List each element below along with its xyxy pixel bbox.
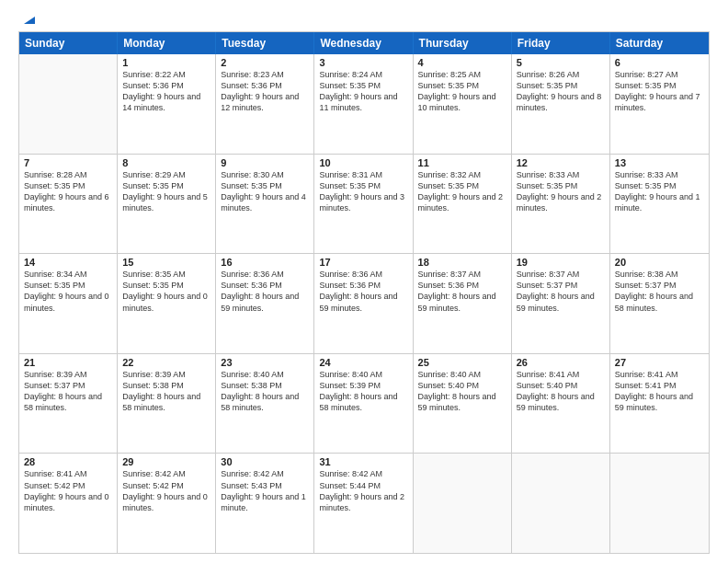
day-number: 14 xyxy=(24,257,112,268)
sunrise-text: Sunrise: 8:35 AM xyxy=(122,269,210,280)
day-cell-2: 2 Sunrise: 8:23 AM Sunset: 5:36 PM Dayli… xyxy=(216,54,314,154)
day-number: 13 xyxy=(615,157,704,168)
sunrise-text: Sunrise: 8:41 AM xyxy=(615,369,704,380)
sunset-text: Sunset: 5:35 PM xyxy=(517,180,605,191)
empty-cell xyxy=(414,454,512,553)
sunrise-text: Sunrise: 8:42 AM xyxy=(319,468,407,479)
daylight-text: Daylight: 9 hours and 2 minutes. xyxy=(319,491,407,513)
sunset-text: Sunset: 5:44 PM xyxy=(319,480,407,491)
day-number: 27 xyxy=(615,357,704,368)
day-number: 2 xyxy=(221,57,309,68)
week-row-5: 28 Sunrise: 8:41 AM Sunset: 5:42 PM Dayl… xyxy=(19,454,709,553)
day-number: 30 xyxy=(221,456,309,467)
sunrise-text: Sunrise: 8:40 AM xyxy=(221,369,309,380)
day-cell-31: 31 Sunrise: 8:42 AM Sunset: 5:44 PM Dayl… xyxy=(314,454,413,553)
day-number: 21 xyxy=(24,357,112,368)
header-day-monday: Monday xyxy=(118,32,216,54)
page: SundayMondayTuesdayWednesdayThursdayFrid… xyxy=(0,0,728,563)
sunset-text: Sunset: 5:35 PM xyxy=(418,80,506,91)
sunset-text: Sunset: 5:35 PM xyxy=(122,280,210,291)
sunrise-text: Sunrise: 8:29 AM xyxy=(122,169,210,180)
sunrise-text: Sunrise: 8:32 AM xyxy=(418,169,506,180)
sunrise-text: Sunrise: 8:37 AM xyxy=(517,269,605,280)
empty-cell xyxy=(512,454,610,553)
day-number: 31 xyxy=(319,456,407,467)
header-day-saturday: Saturday xyxy=(610,32,709,54)
sunrise-text: Sunrise: 8:30 AM xyxy=(221,169,309,180)
svg-marker-0 xyxy=(24,17,35,24)
sunset-text: Sunset: 5:35 PM xyxy=(24,180,112,191)
day-number: 4 xyxy=(418,57,506,68)
sunrise-text: Sunrise: 8:23 AM xyxy=(221,69,309,80)
sunset-text: Sunset: 5:35 PM xyxy=(221,180,309,191)
sunset-text: Sunset: 5:35 PM xyxy=(24,280,112,291)
day-cell-25: 25 Sunrise: 8:40 AM Sunset: 5:40 PM Dayl… xyxy=(414,354,512,454)
empty-cell xyxy=(19,54,118,154)
daylight-text: Daylight: 9 hours and 8 minutes. xyxy=(517,91,605,113)
sunrise-text: Sunrise: 8:34 AM xyxy=(24,269,112,280)
header xyxy=(18,17,710,24)
sunset-text: Sunset: 5:35 PM xyxy=(615,180,704,191)
day-number: 17 xyxy=(319,257,407,268)
header-day-sunday: Sunday xyxy=(19,32,118,54)
sunrise-text: Sunrise: 8:28 AM xyxy=(24,169,112,180)
daylight-text: Daylight: 8 hours and 58 minutes. xyxy=(319,391,407,413)
day-cell-10: 10 Sunrise: 8:31 AM Sunset: 5:35 PM Dayl… xyxy=(314,155,413,254)
header-day-thursday: Thursday xyxy=(414,32,512,54)
day-cell-28: 28 Sunrise: 8:41 AM Sunset: 5:42 PM Dayl… xyxy=(19,454,118,553)
day-cell-23: 23 Sunrise: 8:40 AM Sunset: 5:38 PM Dayl… xyxy=(216,354,314,454)
daylight-text: Daylight: 8 hours and 58 minutes. xyxy=(221,391,309,413)
sunrise-text: Sunrise: 8:41 AM xyxy=(24,468,112,479)
day-cell-11: 11 Sunrise: 8:32 AM Sunset: 5:35 PM Dayl… xyxy=(414,155,512,254)
day-cell-6: 6 Sunrise: 8:27 AM Sunset: 5:35 PM Dayli… xyxy=(610,54,709,154)
daylight-text: Daylight: 9 hours and 1 minute. xyxy=(615,191,704,213)
week-row-2: 7 Sunrise: 8:28 AM Sunset: 5:35 PM Dayli… xyxy=(19,155,709,255)
day-cell-17: 17 Sunrise: 8:36 AM Sunset: 5:36 PM Dayl… xyxy=(314,254,413,353)
day-cell-16: 16 Sunrise: 8:36 AM Sunset: 5:36 PM Dayl… xyxy=(216,254,314,353)
day-number: 22 xyxy=(122,357,210,368)
daylight-text: Daylight: 8 hours and 58 minutes. xyxy=(122,391,210,413)
daylight-text: Daylight: 9 hours and 11 minutes. xyxy=(319,91,407,113)
day-number: 15 xyxy=(122,257,210,268)
day-cell-14: 14 Sunrise: 8:34 AM Sunset: 5:35 PM Dayl… xyxy=(19,254,118,353)
week-row-3: 14 Sunrise: 8:34 AM Sunset: 5:35 PM Dayl… xyxy=(19,254,709,354)
day-number: 19 xyxy=(517,257,605,268)
sunset-text: Sunset: 5:37 PM xyxy=(24,380,112,391)
day-number: 9 xyxy=(221,157,309,168)
calendar-body: 1 Sunrise: 8:22 AM Sunset: 5:36 PM Dayli… xyxy=(19,54,709,553)
daylight-text: Daylight: 9 hours and 2 minutes. xyxy=(418,191,506,213)
daylight-text: Daylight: 9 hours and 0 minutes. xyxy=(24,291,112,313)
sunset-text: Sunset: 5:38 PM xyxy=(122,380,210,391)
sunset-text: Sunset: 5:35 PM xyxy=(517,80,605,91)
sunset-text: Sunset: 5:40 PM xyxy=(418,380,506,391)
day-cell-29: 29 Sunrise: 8:42 AM Sunset: 5:42 PM Dayl… xyxy=(118,454,216,553)
daylight-text: Daylight: 8 hours and 59 minutes. xyxy=(517,291,605,313)
sunrise-text: Sunrise: 8:26 AM xyxy=(517,69,605,80)
day-cell-21: 21 Sunrise: 8:39 AM Sunset: 5:37 PM Dayl… xyxy=(19,354,118,454)
day-number: 6 xyxy=(615,57,704,68)
sunrise-text: Sunrise: 8:40 AM xyxy=(319,369,407,380)
logo xyxy=(18,17,35,24)
daylight-text: Daylight: 8 hours and 59 minutes. xyxy=(517,391,605,413)
day-cell-18: 18 Sunrise: 8:37 AM Sunset: 5:36 PM Dayl… xyxy=(414,254,512,353)
sunrise-text: Sunrise: 8:37 AM xyxy=(418,269,506,280)
sunrise-text: Sunrise: 8:40 AM xyxy=(418,369,506,380)
day-cell-7: 7 Sunrise: 8:28 AM Sunset: 5:35 PM Dayli… xyxy=(19,155,118,254)
daylight-text: Daylight: 9 hours and 5 minutes. xyxy=(122,191,210,213)
day-cell-15: 15 Sunrise: 8:35 AM Sunset: 5:35 PM Dayl… xyxy=(118,254,216,353)
sunrise-text: Sunrise: 8:33 AM xyxy=(615,169,704,180)
daylight-text: Daylight: 9 hours and 14 minutes. xyxy=(122,91,210,113)
daylight-text: Daylight: 9 hours and 0 minutes. xyxy=(24,491,112,513)
day-number: 18 xyxy=(418,257,506,268)
day-number: 12 xyxy=(517,157,605,168)
header-day-friday: Friday xyxy=(512,32,610,54)
day-cell-9: 9 Sunrise: 8:30 AM Sunset: 5:35 PM Dayli… xyxy=(216,155,314,254)
sunset-text: Sunset: 5:43 PM xyxy=(221,480,309,491)
daylight-text: Daylight: 8 hours and 59 minutes. xyxy=(615,391,704,413)
sunrise-text: Sunrise: 8:36 AM xyxy=(221,269,309,280)
sunrise-text: Sunrise: 8:42 AM xyxy=(122,468,210,479)
daylight-text: Daylight: 9 hours and 0 minutes. xyxy=(122,291,210,313)
day-number: 3 xyxy=(319,57,407,68)
daylight-text: Daylight: 9 hours and 7 minutes. xyxy=(615,91,704,113)
sunrise-text: Sunrise: 8:39 AM xyxy=(24,369,112,380)
